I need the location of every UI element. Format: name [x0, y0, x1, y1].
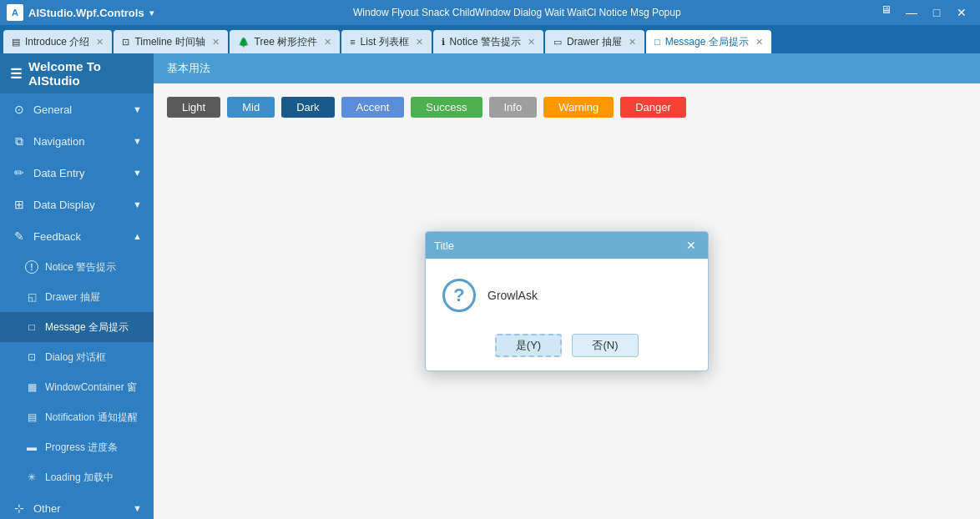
sidebar-item-navigation[interactable]: ⧉Navigation▼ — [0, 125, 154, 157]
notification-icon: ▤ — [25, 411, 38, 423]
sidebar-sub-label: WindowContainer 窗 — [45, 380, 137, 395]
tab-tab-list[interactable]: ≡List 列表框✕ — [341, 30, 431, 53]
dialog-icon: ⊡ — [25, 351, 38, 363]
data-entry-icon: ✏ — [12, 166, 27, 179]
sidebar-sub-label: Dialog 对话框 — [45, 350, 106, 365]
expand-arrow-icon: ▼ — [133, 168, 142, 178]
tab-label: Introduce 介绍 — [25, 35, 89, 49]
sidebar-label: General — [33, 103, 72, 116]
navigation-icon: ⧉ — [12, 134, 27, 149]
tab-icon: 🌲 — [238, 37, 250, 48]
sidebar-sub-label: Notification 通知提醒 — [45, 411, 138, 425]
sidebar-item-feedback[interactable]: ✎Feedback▲ — [0, 220, 154, 252]
dialog-no-button[interactable]: 否(N) — [572, 334, 639, 357]
sidebar-sub-item-drawer[interactable]: ◱Drawer 抽屉 — [0, 282, 154, 312]
app-logo: A — [7, 4, 23, 21]
sidebar-item-data-display[interactable]: ⊞Data Display▼ — [0, 189, 154, 220]
expand-arrow-icon: ▲ — [133, 231, 142, 241]
sidebar-sub-item-loading[interactable]: ✳Loading 加载中 — [0, 462, 154, 492]
tab-icon: ⊡ — [122, 37, 129, 48]
btn-btn-danger[interactable]: Danger — [620, 97, 686, 118]
btn-btn-warning[interactable]: Warning — [543, 97, 614, 118]
window-title: Window Flyout Snack ChildWindow Dialog W… — [154, 7, 881, 18]
content-body: LightMidDarkAccentSuccessInfoWarningDang… — [154, 83, 980, 519]
dialog-container: Title ✕ ? GrowlAsk 是(Y) 否(N) — [154, 83, 980, 519]
btn-btn-success[interactable]: Success — [411, 97, 482, 118]
notice-icon: ! — [25, 260, 38, 274]
feedback-icon: ✎ — [12, 229, 27, 243]
btn-btn-dark[interactable]: Dark — [281, 97, 334, 118]
sidebar-label: Other — [33, 502, 61, 515]
tab-label: Notice 警告提示 — [450, 35, 521, 49]
drawer-icon: ◱ — [25, 291, 38, 303]
tab-tab-tree[interactable]: 🌲Tree 树形控件✕ — [230, 30, 341, 53]
titlebar: A AIStudio.Wpf.Controls ▾ Window Flyout … — [0, 0, 980, 25]
tab-label: Drawer 抽屉 — [567, 35, 622, 49]
dialog-close-button[interactable]: ✕ — [683, 237, 700, 254]
tab-close-icon[interactable]: ✕ — [629, 37, 636, 48]
tab-close-icon[interactable]: ✕ — [416, 37, 423, 48]
maximize-button[interactable]: □ — [925, 3, 948, 22]
minimize-button[interactable]: — — [900, 3, 923, 22]
sidebar-sub-label: Message 全局提示 — [45, 320, 129, 335]
tab-close-icon[interactable]: ✕ — [96, 37, 104, 48]
dialog-question-icon: ? — [442, 279, 476, 312]
sidebar: ☰ Welcome To AIStudio ⊙General▼⧉Navigati… — [0, 53, 154, 519]
sidebar-sub-item-notification[interactable]: ▤Notification 通知提醒 — [0, 402, 154, 432]
btn-btn-light[interactable]: Light — [167, 97, 220, 118]
sidebar-label: Navigation — [33, 135, 84, 148]
tab-tab-introduce[interactable]: ▤Introduce 介绍✕ — [3, 30, 112, 53]
tab-close-icon[interactable]: ✕ — [212, 37, 220, 48]
dialog-body: ? GrowlAsk — [426, 259, 708, 325]
tab-label: Tree 树形控件 — [255, 35, 318, 49]
sidebar-sub-item-windowcontainer[interactable]: ▦WindowContainer 窗 — [0, 372, 154, 402]
menu-icon[interactable]: ☰ — [10, 66, 22, 82]
sidebar-item-other[interactable]: ⊹Other▼ — [0, 492, 154, 519]
sidebar-item-general[interactable]: ⊙General▼ — [0, 93, 154, 125]
progress-icon: ▬ — [25, 441, 38, 453]
main-layout: ☰ Welcome To AIStudio ⊙General▼⧉Navigati… — [0, 53, 980, 519]
general-icon: ⊙ — [12, 103, 27, 116]
expand-arrow-icon: ▼ — [133, 104, 142, 114]
tab-icon: □ — [654, 37, 660, 47]
sidebar-sub-item-message[interactable]: □Message 全局提示 — [0, 312, 154, 342]
sidebar-label: Data Entry — [33, 167, 84, 179]
dialog-title: Title — [434, 239, 454, 252]
sidebar-sub-label: Loading 加载中 — [45, 471, 114, 485]
windowcontainer-icon: ▦ — [25, 381, 38, 393]
button-row: LightMidDarkAccentSuccessInfoWarningDang… — [167, 97, 967, 118]
dialog-footer: 是(Y) 否(N) — [426, 325, 708, 370]
tab-label: Message 全局提示 — [665, 35, 749, 49]
btn-btn-info[interactable]: Info — [489, 97, 538, 118]
sidebar-sub-item-notice[interactable]: !Notice 警告提示 — [0, 252, 154, 282]
sidebar-sub-item-progress[interactable]: ▬Progress 进度条 — [0, 432, 154, 462]
tab-tab-timeline[interactable]: ⊡Timeline 时间轴✕ — [114, 30, 227, 53]
tab-tab-drawer[interactable]: ▭Drawer 抽屉✕ — [545, 30, 644, 53]
sidebar-sub-item-dialog[interactable]: ⊡Dialog 对话框 — [0, 342, 154, 372]
tabbar: ▤Introduce 介绍✕⊡Timeline 时间轴✕🌲Tree 树形控件✕≡… — [0, 25, 980, 53]
sidebar-sub-label: Progress 进度条 — [45, 441, 118, 455]
expand-arrow-icon: ▼ — [133, 199, 142, 209]
titlebar-left: A AIStudio.Wpf.Controls ▾ — [7, 4, 154, 21]
tab-close-icon[interactable]: ✕ — [755, 37, 763, 48]
sidebar-header: ☰ Welcome To AIStudio — [0, 53, 154, 93]
content-title: 基本用法 — [167, 61, 210, 76]
btn-btn-mid[interactable]: Mid — [227, 97, 275, 118]
close-button[interactable]: ✕ — [950, 3, 973, 22]
sidebar-sub-label: Notice 警告提示 — [45, 260, 116, 275]
dialog: Title ✕ ? GrowlAsk 是(Y) 否(N) — [425, 231, 709, 371]
tab-close-icon[interactable]: ✕ — [324, 37, 331, 48]
btn-btn-accent[interactable]: Accent — [341, 97, 405, 118]
tab-tab-notice[interactable]: ℹNotice 警告提示✕ — [433, 30, 543, 53]
sidebar-sub-label: Drawer 抽屉 — [45, 290, 100, 305]
dialog-yes-button[interactable]: 是(Y) — [495, 334, 562, 357]
tab-label: List 列表框 — [361, 35, 409, 49]
window-controls: 🖥 — □ ✕ — [881, 3, 973, 22]
tab-label: Timeline 时间轴 — [134, 35, 205, 49]
tab-close-icon[interactable]: ✕ — [528, 37, 535, 48]
content-area: 基本用法 LightMidDarkAccentSuccessInfoWarnin… — [154, 53, 980, 519]
tab-tab-message[interactable]: □Message 全局提示✕ — [646, 30, 771, 53]
dialog-titlebar: Title ✕ — [426, 232, 708, 259]
sidebar-item-data-entry[interactable]: ✏Data Entry▼ — [0, 157, 154, 189]
tab-icon: ▤ — [12, 37, 20, 48]
